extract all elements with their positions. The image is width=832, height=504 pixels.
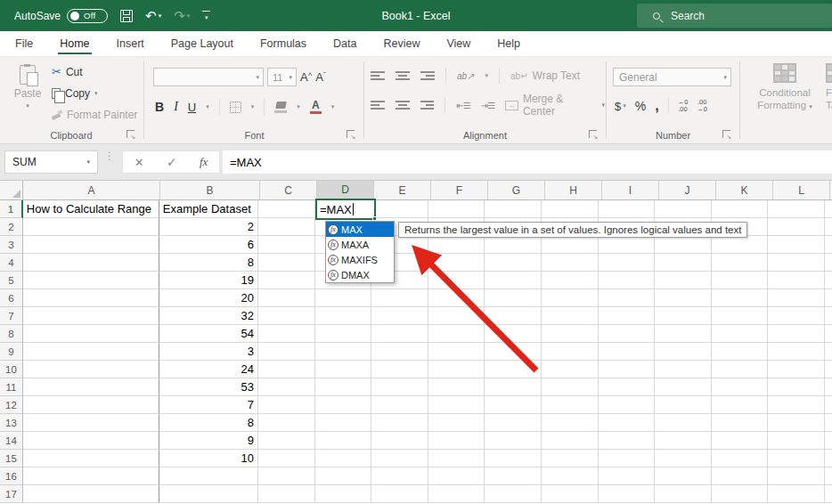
cell-B13[interactable]: 8 <box>159 414 258 432</box>
align-top-icon[interactable] <box>371 71 385 80</box>
cell-I5[interactable] <box>599 272 656 289</box>
align-left-icon[interactable] <box>371 101 385 110</box>
font-color-chevron-icon[interactable]: ▾ <box>331 103 335 110</box>
undo-button[interactable]: ↶▾ <box>145 9 161 22</box>
cell-B16[interactable] <box>159 467 258 485</box>
cell-J3[interactable] <box>655 236 712 254</box>
cell-B1[interactable]: Example Dataset <box>159 200 258 218</box>
customize-toolbar-button[interactable]: ▾ <box>202 11 210 20</box>
bold-button[interactable]: B <box>155 100 164 114</box>
cell-B10[interactable]: 24 <box>159 361 258 378</box>
column-header-J[interactable]: J <box>659 181 716 200</box>
decrease-font-button[interactable]: Aˇ <box>315 70 325 84</box>
cell-A12[interactable] <box>23 396 159 414</box>
cell-L1[interactable] <box>768 200 825 218</box>
row-header-14[interactable]: 14 <box>0 432 23 450</box>
clipboard-dialog-launcher[interactable] <box>126 130 135 138</box>
cell-J15[interactable] <box>655 450 712 467</box>
cell-E10[interactable] <box>371 361 428 378</box>
column-header-G[interactable]: G <box>488 181 545 200</box>
cell-C5[interactable] <box>258 272 315 289</box>
comma-style-button[interactable]: , <box>655 98 658 114</box>
cell-H16[interactable] <box>542 467 599 485</box>
cell-A6[interactable] <box>23 289 159 307</box>
autocomplete-item-dmax[interactable]: fxDMAX <box>326 267 394 282</box>
cell-D8[interactable] <box>315 325 372 343</box>
cell-G13[interactable] <box>485 414 542 432</box>
cell-L10[interactable] <box>768 361 825 378</box>
cell-H12[interactable] <box>542 396 599 414</box>
undo-chevron-icon[interactable]: ▾ <box>159 12 162 19</box>
cell-H15[interactable] <box>542 450 599 467</box>
cell-B8[interactable]: 54 <box>159 325 258 343</box>
cell-C10[interactable] <box>258 361 315 378</box>
cell-D6[interactable] <box>315 289 372 307</box>
row-header-9[interactable]: 9 <box>0 343 23 361</box>
cell-I4[interactable] <box>599 254 656 272</box>
active-cell-editor[interactable]: =MAX <box>315 199 376 220</box>
cell-G10[interactable] <box>485 361 542 378</box>
font-dialog-launcher[interactable] <box>347 130 355 138</box>
cell-B12[interactable]: 7 <box>159 396 258 414</box>
cell-J5[interactable] <box>655 272 712 289</box>
paste-button[interactable]: Paste ▾ <box>9 63 46 131</box>
copy-chevron-icon[interactable]: ▾ <box>94 90 98 97</box>
row-header-1[interactable]: 1 <box>0 200 23 218</box>
font-color-button[interactable]: A <box>310 101 322 114</box>
autosave-toggle[interactable]: AutoSave Off <box>14 9 108 23</box>
cell-A7[interactable] <box>23 307 159 325</box>
cell-H14[interactable] <box>542 432 599 450</box>
cell-I17[interactable] <box>599 485 656 503</box>
cell-A14[interactable] <box>23 432 159 450</box>
cell-K16[interactable] <box>712 467 769 485</box>
cell-F4[interactable] <box>428 254 485 272</box>
cell-I7[interactable] <box>599 307 656 325</box>
cell-C6[interactable] <box>258 289 315 307</box>
cell-G8[interactable] <box>485 325 542 343</box>
cell-C17[interactable] <box>258 485 315 503</box>
tab-review[interactable]: Review <box>381 31 421 56</box>
font-name-combobox[interactable]: ▾ <box>153 68 264 86</box>
cell-J9[interactable] <box>655 343 712 361</box>
cell-A9[interactable] <box>23 343 159 361</box>
cell-F13[interactable] <box>428 414 485 432</box>
cell-A4[interactable] <box>23 254 159 272</box>
cell-G12[interactable] <box>485 396 542 414</box>
fill-color-chevron-icon[interactable]: ▾ <box>297 103 300 110</box>
cell-L9[interactable] <box>768 343 825 361</box>
cell-C7[interactable] <box>258 307 315 325</box>
cell-L15[interactable] <box>768 450 825 467</box>
cell-B4[interactable]: 8 <box>159 254 258 272</box>
cell-B7[interactable]: 32 <box>159 307 258 325</box>
cell-A10[interactable] <box>23 361 159 378</box>
cell-E12[interactable] <box>371 396 428 414</box>
cell-C12[interactable] <box>258 396 315 414</box>
cell-E8[interactable] <box>371 325 428 343</box>
cell-H5[interactable] <box>542 272 599 289</box>
cell-F9[interactable] <box>428 343 485 361</box>
cell-J10[interactable] <box>655 361 712 378</box>
align-center-icon[interactable] <box>396 101 410 110</box>
cell-J14[interactable] <box>655 432 712 450</box>
cell-B11[interactable]: 53 <box>159 378 258 396</box>
cell-F8[interactable] <box>428 325 485 343</box>
column-header-L[interactable]: L <box>773 181 830 200</box>
cell-D15[interactable] <box>315 450 372 467</box>
cell-G6[interactable] <box>485 289 542 307</box>
cell-E16[interactable] <box>371 467 428 485</box>
cell-E6[interactable] <box>371 289 428 307</box>
cell-B9[interactable]: 3 <box>159 343 258 361</box>
cell-D13[interactable] <box>315 414 372 432</box>
cell-G17[interactable] <box>485 485 542 503</box>
tab-help[interactable]: Help <box>495 31 522 56</box>
cell-H6[interactable] <box>542 289 599 307</box>
cell-B6[interactable]: 20 <box>159 289 258 307</box>
cell-G5[interactable] <box>485 272 542 289</box>
cell-F1[interactable] <box>428 200 485 218</box>
column-header-B[interactable]: B <box>160 181 260 200</box>
cell-J1[interactable] <box>655 200 712 218</box>
borders-chevron-icon[interactable]: ▾ <box>251 103 255 110</box>
align-bottom-icon[interactable] <box>420 71 435 80</box>
cell-L4[interactable] <box>768 254 825 272</box>
cell-G3[interactable] <box>485 236 542 254</box>
